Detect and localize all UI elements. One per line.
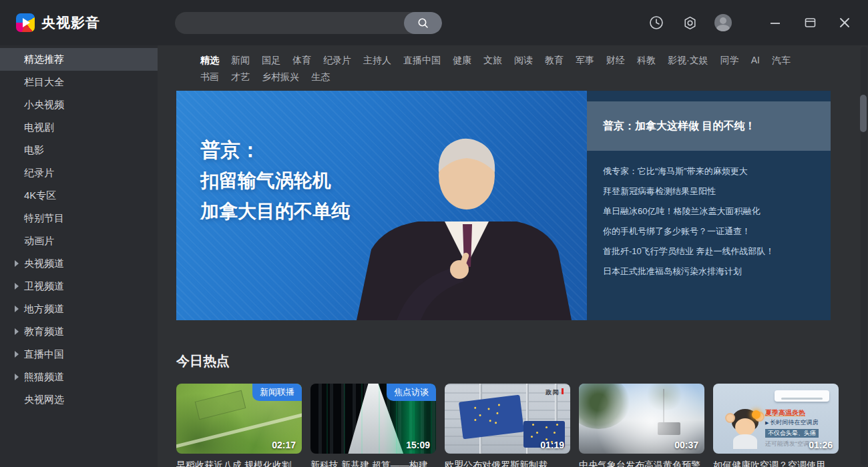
nav-tab[interactable]: 生态 <box>311 71 330 83</box>
expand-arrow-icon <box>15 351 19 358</box>
sidebar-item-label: 4K专区 <box>24 189 56 202</box>
nav-tab[interactable]: 国足 <box>262 55 280 67</box>
video-card[interactable]: 焦点访谈 15:09 新科技 新基建 超算——构建 <box>310 384 436 467</box>
sidebar-item[interactable]: 直播中国 <box>0 343 158 366</box>
video-card[interactable]: 夏季高温炎热 长时间待在空调房 不仅会头晕、头痛 还可能诱发“空调病” 01:2… <box>713 384 839 467</box>
headline-item[interactable]: 俄专家：它比“海马斯”带来的麻烦更大 <box>603 161 820 181</box>
sidebar-item[interactable]: 精选推荐 <box>0 48 158 71</box>
hero-title-line: 加拿大目的不单纯 <box>200 196 350 227</box>
sidebar-item[interactable]: 央视频道 <box>0 252 158 275</box>
thumbnail-misty-street[interactable]: 00:37 <box>579 384 704 454</box>
nav-tab[interactable]: 科教 <box>637 55 656 67</box>
sidebar-item[interactable]: 纪录片 <box>0 161 158 184</box>
history-button[interactable] <box>648 14 665 31</box>
sidebar-item[interactable]: 电影 <box>0 139 158 161</box>
video-title[interactable]: 早稻收获近八成 规模化收割 <box>176 460 302 467</box>
headline-item-active[interactable]: 普京：加拿大这样做 目的不纯！ <box>587 101 831 151</box>
hero-slide[interactable]: 普京： 扣留输气涡轮机 加拿大目的不单纯 <box>176 91 587 320</box>
sidebar-item[interactable]: 小央视频 <box>0 93 158 116</box>
sidebar-item-label: 教育频道 <box>24 326 64 338</box>
thumbnail-aerial-fields[interactable]: 新闻联播 02:17 <box>176 384 302 454</box>
search-button[interactable] <box>404 12 442 34</box>
settings-button[interactable] <box>681 14 698 31</box>
sidebar-item[interactable]: 栏目大全 <box>0 71 158 93</box>
video-title[interactable]: 中央气象台发布高温黄色预警 <box>579 460 704 467</box>
channel-watermark: 政闻 <box>546 388 564 397</box>
titlebar-actions <box>648 14 853 31</box>
search-input[interactable] <box>175 12 404 34</box>
window-controls <box>767 14 853 31</box>
nav-tab[interactable]: 汽车 <box>772 55 791 67</box>
sidebar-item[interactable]: 央视网选 <box>0 388 158 411</box>
thumbnail-eu-flags[interactable]: 政闻 01:19 <box>445 384 570 454</box>
nav-tab[interactable]: 文旅 <box>483 55 502 67</box>
sidebar-item[interactable]: 熊猫频道 <box>0 366 158 388</box>
nav-tab[interactable]: 新闻 <box>231 55 250 67</box>
sidebar-item-label: 纪录片 <box>24 167 54 179</box>
sidebar-item-label: 央视频道 <box>24 258 64 270</box>
sidebar-item[interactable]: 动画片 <box>0 229 158 252</box>
nav-tab[interactable]: 才艺 <box>231 71 250 83</box>
expand-arrow-icon <box>15 260 19 267</box>
minimize-button[interactable] <box>767 14 784 31</box>
nav-tab[interactable]: 主持人 <box>363 55 391 67</box>
category-tabs: 精选 新闻 国足 体育 纪录片 主持人 直播中国 健康 文旅 阅读 教育 <box>158 45 832 83</box>
sidebar-item-label: 精选推荐 <box>24 53 64 66</box>
nav-tab[interactable]: 直播中国 <box>403 55 441 67</box>
expand-arrow-icon <box>15 374 19 380</box>
nav-tab[interactable]: AI <box>751 55 760 67</box>
sidebar-item[interactable]: 教育频道 <box>0 320 158 343</box>
sidebar-item[interactable]: 卫视频道 <box>0 275 158 298</box>
sidebar-item[interactable]: 4K专区 <box>0 184 158 207</box>
sidebar-item-label: 直播中国 <box>24 348 64 361</box>
sidebar-item-label: 电影 <box>24 144 44 157</box>
nav-tab[interactable]: 精选 <box>200 55 219 67</box>
cctv-play-logo-icon <box>16 13 35 32</box>
close-icon <box>839 17 850 28</box>
sidebar-item-label: 动画片 <box>24 235 54 248</box>
headline-item[interactable]: 首批歼-10飞行学员结业 奔赴一线作战部队！ <box>603 242 820 262</box>
duration-label: 01:19 <box>540 440 564 450</box>
sidebar-item-label: 电视剧 <box>24 121 54 134</box>
sidebar-item[interactable]: 电视剧 <box>0 116 158 139</box>
nav-tab[interactable]: 影视·文娱 <box>668 55 708 67</box>
nav-tab[interactable]: 书画 <box>200 71 219 83</box>
video-card-row: 新闻联播 02:17 早稻收获近八成 规模化收割 焦点访谈 15:09 新科技 … <box>176 384 868 467</box>
duration-label: 00:37 <box>674 440 698 450</box>
nav-tab[interactable]: 健康 <box>453 55 471 67</box>
headline-item[interactable]: 你的手机号绑了多少账号？一证通查！ <box>603 221 820 242</box>
scrollbar-track[interactable] <box>861 47 867 466</box>
scrollbar-thumb[interactable] <box>860 95 867 132</box>
expand-arrow-icon <box>15 283 19 290</box>
nav-tab[interactable]: 军事 <box>576 55 594 67</box>
video-title[interactable]: 欧盟公布对俄罗斯新制裁 <box>445 460 570 467</box>
thumbnail-ac-cartoon[interactable]: 夏季高温炎热 长时间待在空调房 不仅会头晕、头痛 还可能诱发“空调病” 01:2… <box>713 384 839 454</box>
nav-tab[interactable]: 阅读 <box>514 55 533 67</box>
headline-item[interactable]: 单日融冰60亿吨！格陵兰冰盖大面积融化 <box>603 201 820 221</box>
video-card[interactable]: 00:37 中央气象台发布高温黄色预警 <box>579 384 704 467</box>
nav-tab[interactable]: 体育 <box>292 55 311 67</box>
video-card[interactable]: 政闻 01:19 欧盟公布对俄罗斯新制裁 <box>445 384 570 467</box>
thumbnail-caption: 夏季高温炎热 <box>765 409 819 416</box>
thumbnail-server-room[interactable]: 焦点访谈 15:09 <box>310 384 436 454</box>
app-title: 央视影音 <box>41 13 100 32</box>
eu-flag <box>459 395 524 440</box>
close-button[interactable] <box>836 14 853 31</box>
search-bar[interactable] <box>175 12 442 34</box>
sidebar-item[interactable]: 地方频道 <box>0 298 158 320</box>
nav-tab[interactable]: 同学 <box>720 55 739 67</box>
video-title[interactable]: 如何健康吹空调？空调使用 <box>713 460 839 467</box>
sidebar: 精选推荐 栏目大全 小央视频 电视剧 电影 <box>0 45 158 467</box>
nav-tab[interactable]: 乡村振兴 <box>262 71 299 83</box>
headline-item[interactable]: 拜登新冠病毒检测结果呈阳性 <box>603 181 820 201</box>
nav-tab[interactable]: 财经 <box>606 55 625 67</box>
hero-banner: 普京： 扣留输气涡轮机 加拿大目的不单纯 普京：加拿大这样做 目的不纯！ 俄专家… <box>176 91 831 320</box>
video-title[interactable]: 新科技 新基建 超算——构建 <box>310 460 436 467</box>
nav-tab[interactable]: 教育 <box>545 55 564 67</box>
sidebar-item[interactable]: 特别节目 <box>0 207 158 229</box>
nav-tab[interactable]: 纪录片 <box>323 55 351 67</box>
video-card[interactable]: 新闻联播 02:17 早稻收获近八成 规模化收割 <box>176 384 302 467</box>
maximize-button[interactable] <box>801 14 819 31</box>
user-avatar[interactable] <box>714 14 732 31</box>
headline-item[interactable]: 日本正式批准福岛核污染水排海计划 <box>603 262 820 282</box>
